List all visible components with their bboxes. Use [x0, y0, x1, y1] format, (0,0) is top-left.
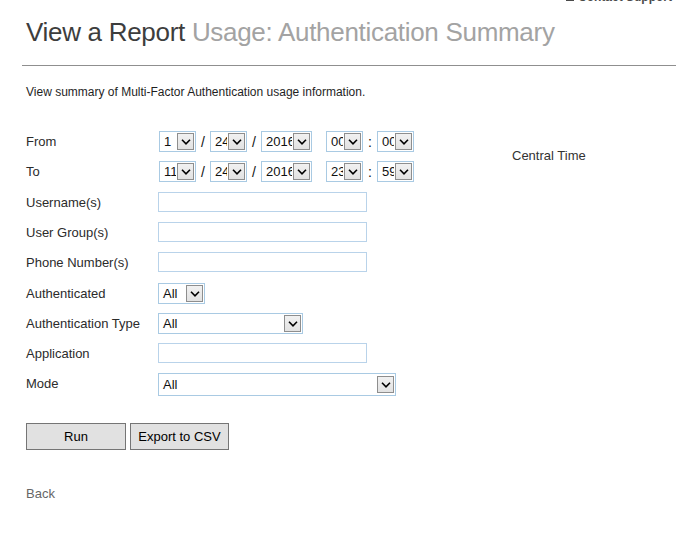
time-separator: : [368, 164, 372, 180]
date-separator: / [201, 164, 205, 180]
chevron-down-icon[interactable] [395, 163, 412, 180]
divider [22, 65, 676, 66]
page-title: View a Report Usage: Authentication Summ… [26, 17, 555, 48]
chevron-down-icon[interactable] [395, 133, 412, 150]
username-input[interactable] [158, 192, 367, 212]
time-separator: : [368, 134, 372, 150]
contact-support-label: Contact Support [578, 0, 672, 4]
report-page: Contact Support View a Report Usage: Aut… [0, 0, 676, 533]
chevron-down-icon[interactable] [177, 133, 194, 150]
to-month-select[interactable]: 11 [159, 161, 196, 182]
actions-row: Run Export to CSV [0, 423, 676, 451]
date-separator: / [252, 134, 256, 150]
to-day-select[interactable]: 24 [210, 161, 247, 182]
chevron-down-icon[interactable] [284, 315, 301, 332]
authenticated-select[interactable]: All [158, 283, 205, 304]
chevron-down-icon[interactable] [293, 163, 310, 180]
application-input[interactable] [158, 343, 367, 363]
authenticated-label: Authenticated [26, 283, 106, 304]
run-button[interactable]: Run [26, 423, 126, 450]
page-title-secondary: Usage: Authentication Summary [192, 17, 555, 47]
from-minute-select[interactable]: 00 [377, 131, 414, 152]
to-minute-select[interactable]: 59 [377, 161, 414, 182]
from-month-select[interactable]: 1 [159, 131, 196, 152]
authentication-type-label: Authentication Type [26, 313, 140, 334]
contact-support-link[interactable]: Contact Support [566, 0, 672, 4]
back-link[interactable]: Back [26, 486, 55, 501]
chevron-down-icon[interactable] [344, 133, 361, 150]
chevron-down-icon[interactable] [228, 133, 245, 150]
date-separator: / [201, 134, 205, 150]
to-row: To 11 / 24 / 2016 23 : 59 [0, 161, 676, 183]
username-label: Username(s) [26, 192, 101, 213]
authentication-type-row: Authentication Type All [0, 313, 676, 335]
application-label: Application [26, 343, 90, 364]
mode-row: Mode All [0, 373, 676, 397]
chevron-down-icon[interactable] [377, 376, 394, 393]
user-group-row: User Group(s) [0, 222, 676, 244]
phone-number-row: Phone Number(s) [0, 252, 676, 274]
mode-label: Mode [26, 373, 59, 394]
from-hour-select[interactable]: 00 [326, 131, 363, 152]
from-year-select[interactable]: 2016 [261, 131, 312, 152]
authenticated-row: Authenticated All [0, 283, 676, 305]
to-label: To [26, 161, 40, 182]
phone-number-label: Phone Number(s) [26, 252, 129, 273]
contact-support-icon [566, 0, 574, 1]
export-csv-button[interactable]: Export to CSV [130, 423, 229, 450]
to-hour-select[interactable]: 23 [326, 161, 363, 182]
application-row: Application [0, 343, 676, 365]
username-row: Username(s) [0, 192, 676, 214]
chevron-down-icon[interactable] [293, 133, 310, 150]
user-group-label: User Group(s) [26, 222, 108, 243]
user-group-input[interactable] [158, 222, 367, 242]
chevron-down-icon[interactable] [344, 163, 361, 180]
page-subtitle: View summary of Multi-Factor Authenticat… [26, 85, 365, 99]
chevron-down-icon[interactable] [177, 163, 194, 180]
chevron-down-icon[interactable] [228, 163, 245, 180]
authentication-type-select[interactable]: All [158, 313, 303, 334]
from-day-select[interactable]: 24 [210, 131, 247, 152]
mode-select[interactable]: All [158, 373, 396, 396]
page-title-primary: View a Report [26, 17, 185, 47]
from-label: From [26, 131, 56, 152]
chevron-down-icon[interactable] [186, 285, 203, 302]
date-separator: / [252, 164, 256, 180]
phone-number-input[interactable] [158, 252, 367, 272]
to-year-select[interactable]: 2016 [261, 161, 312, 182]
